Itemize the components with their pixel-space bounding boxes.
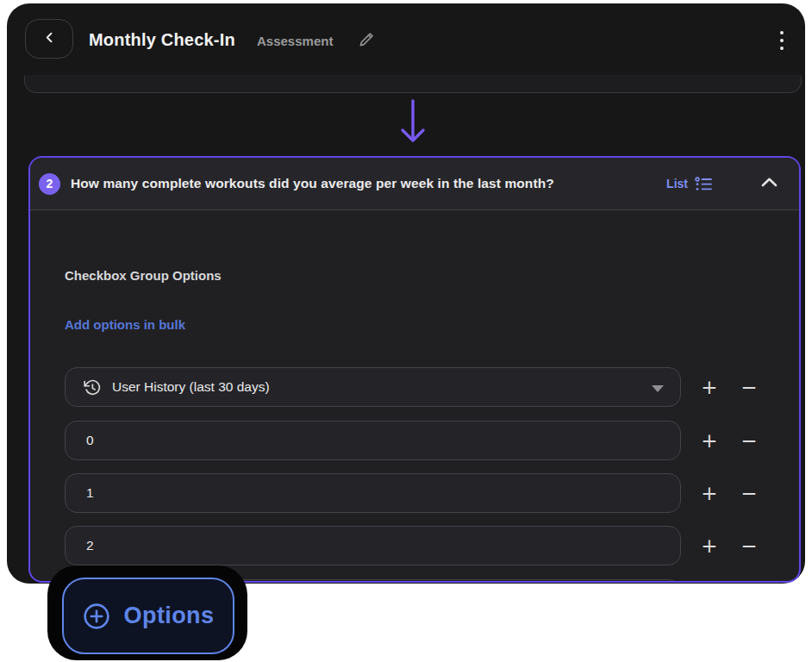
back-button[interactable] (25, 19, 73, 59)
section-heading: Checkbox Group Options (65, 268, 222, 283)
list-bullets-icon (695, 177, 712, 191)
option-row: + − (65, 473, 780, 513)
option-row-dropdown: User History (last 30 days) + − (65, 367, 780, 407)
page-subtitle: Assessment (257, 34, 333, 48)
option-value-input[interactable] (86, 422, 665, 459)
option-value-field[interactable] (65, 421, 681, 460)
more-menu-button[interactable] (769, 28, 795, 53)
options-button-label: Options (124, 603, 215, 629)
question-type-button[interactable]: List (666, 177, 712, 191)
remove-option-row-button[interactable]: − (729, 526, 769, 565)
remove-option-row-button[interactable]: − (729, 421, 769, 460)
arrow-down-icon (398, 98, 428, 148)
user-history-dropdown[interactable]: User History (last 30 days) (65, 367, 681, 407)
option-value-field[interactable] (65, 526, 681, 565)
edit-title-button[interactable] (354, 30, 377, 53)
pencil-icon (357, 31, 375, 52)
kebab-menu-icon (780, 31, 784, 51)
plus-circle-icon (83, 603, 110, 630)
remove-option-row-button[interactable]: − (729, 473, 769, 513)
option-row: + − (65, 421, 780, 460)
dropdown-selected-value: User History (last 30 days) (112, 379, 270, 395)
question-text: How many complete workouts did you avera… (71, 176, 656, 191)
question-number-badge: 2 (39, 173, 60, 195)
options-button[interactable]: Options (62, 578, 234, 654)
question-header: 2 How many complete workouts did you ave… (30, 158, 799, 210)
history-clock-icon (83, 378, 101, 397)
chevron-up-icon (760, 177, 778, 190)
question-card: 2 How many complete workouts did you ave… (28, 156, 801, 583)
add-options-in-bulk-link[interactable]: Add options in bulk (65, 317, 185, 332)
chevron-left-icon (41, 29, 58, 48)
remove-option-row-button[interactable]: − (729, 367, 769, 407)
option-row: + − (65, 526, 780, 565)
add-option-row-button[interactable]: + (690, 526, 729, 565)
collapse-question-button[interactable] (760, 177, 778, 190)
option-value-input[interactable] (86, 527, 665, 565)
option-value-input[interactable] (86, 474, 665, 512)
page: { "header": { "title": "Monthly Check-In… (0, 0, 812, 662)
page-title: Monthly Check-In (89, 30, 235, 50)
app-window: Monthly Check-In Assessment 2 How many c… (7, 3, 805, 584)
previous-question-card-fragment (24, 75, 802, 93)
add-option-row-button[interactable]: + (690, 473, 729, 513)
option-value-field[interactable] (65, 473, 681, 513)
add-option-row-button[interactable]: + (690, 367, 729, 407)
question-type-label: List (666, 177, 688, 190)
add-option-row-button[interactable]: + (690, 421, 729, 460)
caret-down-icon (652, 385, 664, 392)
